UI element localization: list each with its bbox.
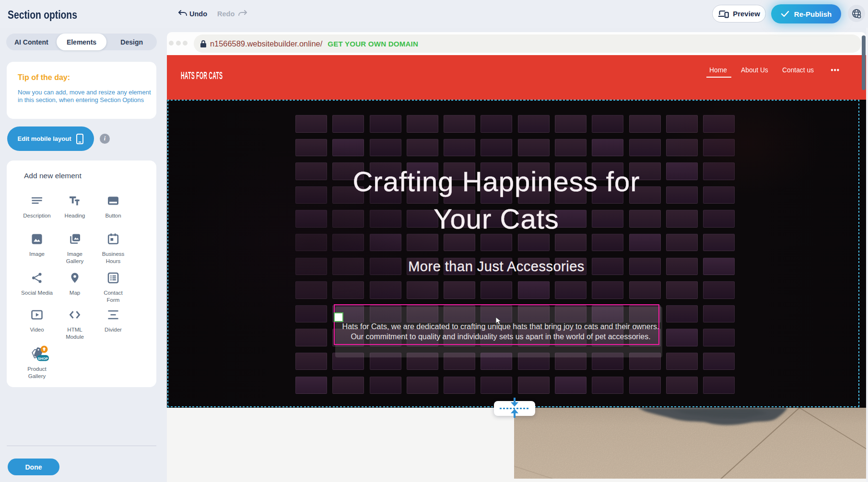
svg-text:SHOP: SHOP	[37, 356, 47, 361]
